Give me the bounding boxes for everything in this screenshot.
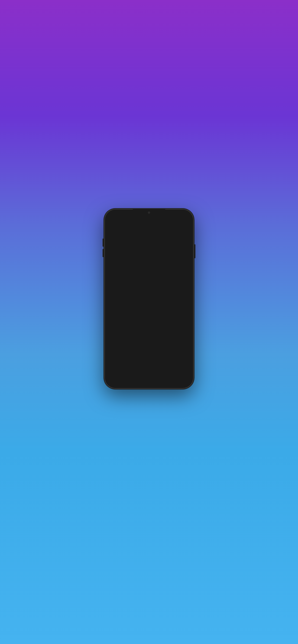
service-title-hifu: 3D HIFU Facelift xyxy=(110,274,188,279)
nav-item-home[interactable]: Home xyxy=(106,375,128,383)
settings-icon xyxy=(168,230,172,234)
main-content: Skin Tightening Book Now 3D HIFU Facelif… xyxy=(106,238,192,372)
book-now-button-nano-sure[interactable]: Book Now xyxy=(167,347,188,368)
banner-right-icons xyxy=(168,230,177,234)
screen-content: Reintroduce Yourself Consultations xyxy=(106,211,192,387)
nav-label-appointments: My Appointments xyxy=(130,380,146,383)
service-section-body-contouring: Body Contouring Book Now xyxy=(106,304,192,335)
service-title-body-contouring: Body Contouring xyxy=(110,308,188,312)
banner-left-icons xyxy=(121,230,131,234)
nav-item-account[interactable]: Account xyxy=(171,375,192,383)
home-icon xyxy=(114,375,119,380)
hamburger-line-2 xyxy=(110,222,115,222)
service-image-body-contouring xyxy=(110,314,167,335)
book-now-button-skin-tightening[interactable]: Book Now xyxy=(167,247,188,268)
nav-item-appointments[interactable]: My Appointments xyxy=(128,375,149,383)
volume-down-button xyxy=(103,249,104,257)
service-title-nano-sure: Nano-Sure xyxy=(110,341,188,346)
service-card-skin-tightening: Book Now xyxy=(110,247,188,268)
nav-label-account: Account xyxy=(177,380,185,383)
power-button xyxy=(194,244,195,258)
svg-point-4 xyxy=(169,231,171,232)
svg-point-14 xyxy=(180,376,182,378)
hamburger-menu-button[interactable] xyxy=(110,220,115,224)
svg-rect-10 xyxy=(139,378,139,378)
consultations-banner: Consultations xyxy=(106,227,192,238)
service-title-skin-tightening: Skin Tightening xyxy=(110,241,188,245)
phone-screen: Reintroduce Yourself Consultations xyxy=(106,211,192,387)
nav-label-home: Home xyxy=(114,380,120,383)
bottom-nav: Home My Appointments xyxy=(106,372,192,387)
service-image-skin-tightening xyxy=(110,247,167,268)
service-card-hifu: Book Now xyxy=(110,280,188,301)
app-tagline: Reintroduce Yourself xyxy=(138,221,160,223)
svg-rect-5 xyxy=(136,376,140,379)
service-card-nano-sure: Book Now xyxy=(110,347,188,368)
lines-icon xyxy=(126,230,131,234)
service-card-body-contouring: Book Now xyxy=(110,314,188,335)
hamburger-line-3 xyxy=(110,223,115,224)
service-image-nano-sure xyxy=(110,347,167,368)
service-section-nano-sure: Nano-Sure Book Now xyxy=(106,338,192,368)
consultations-icon xyxy=(157,375,162,380)
service-section-skin-tightening: Skin Tightening Book Now xyxy=(106,238,192,268)
steam-icon xyxy=(121,230,125,234)
book-now-button-hifu[interactable]: Book Now xyxy=(167,280,188,301)
svg-line-13 xyxy=(160,378,161,378)
volume-up-button xyxy=(103,238,104,247)
nav-item-consultations[interactable]: Consultations xyxy=(149,375,171,383)
svg-rect-9 xyxy=(137,378,138,378)
book-now-button-body-contouring[interactable]: Book Now xyxy=(167,314,188,335)
appointments-icon xyxy=(136,375,141,380)
hamburger-line-1 xyxy=(110,220,115,221)
account-icon xyxy=(179,375,184,380)
drop-icon xyxy=(174,230,177,234)
banner-title: Consultations xyxy=(133,229,166,234)
service-image-hifu xyxy=(110,280,167,301)
top-bar: Reintroduce Yourself xyxy=(106,211,192,227)
nav-label-consultations: Consultations xyxy=(153,381,167,383)
service-section-hifu: 3D HIFU Facelift Book Now xyxy=(106,271,192,301)
